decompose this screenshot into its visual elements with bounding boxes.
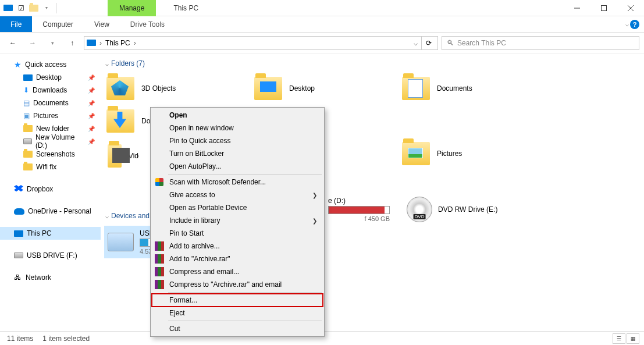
help-icon[interactable]: ? <box>630 20 639 29</box>
refresh-button[interactable]: ⟳ <box>421 36 435 50</box>
folder-icon <box>23 125 33 132</box>
sidebar-item-pictures[interactable]: ▣Pictures📌 <box>0 109 101 122</box>
pc-icon <box>14 230 23 237</box>
desktop-icon <box>23 74 33 81</box>
pin-icon: 📌 <box>88 87 95 94</box>
context-menu-item[interactable]: Eject <box>152 307 323 319</box>
dvd-icon: DVD <box>407 197 432 222</box>
folder-icon <box>23 151 33 158</box>
context-menu-item[interactable]: Cut <box>152 322 323 335</box>
context-menu-item[interactable]: Add to archive... <box>152 240 323 252</box>
nav-up-button[interactable]: ↑ <box>64 35 80 51</box>
address-chevron[interactable]: › <box>134 39 136 47</box>
pin-icon: 📌 <box>88 138 95 145</box>
ribbon-tab-file[interactable]: File <box>0 16 32 32</box>
sidebar-quick-access[interactable]: ★Quick access <box>0 58 101 71</box>
sidebar-item-screenshots[interactable]: Screenshots <box>0 148 101 161</box>
view-large-icons-button[interactable]: ▦ <box>627 333 639 344</box>
drive-icon <box>23 138 32 144</box>
sidebar-usb-drive[interactable]: USB DRIVE (F:) <box>0 249 101 262</box>
sidebar-item-wififix[interactable]: Wifi fix <box>0 161 101 173</box>
dropbox-icon <box>14 185 23 193</box>
nav-recent-dropdown[interactable]: ▾ <box>44 35 61 51</box>
sidebar-network[interactable]: 🖧Network <box>0 271 101 284</box>
address-pc-icon <box>87 40 96 46</box>
context-menu-item[interactable]: Open in new window <box>152 122 323 134</box>
close-button[interactable] <box>617 0 644 16</box>
qat-pc-icon[interactable] <box>2 2 14 14</box>
rar-icon <box>154 279 165 290</box>
folder-icon <box>23 163 33 170</box>
network-icon: 🖧 <box>14 273 22 282</box>
folder-icon <box>402 77 430 100</box>
window-title: This PC <box>173 4 198 12</box>
pin-icon: 📌 <box>88 113 95 119</box>
search-input[interactable]: 🔍︎ Search This PC <box>442 36 639 50</box>
context-menu-item[interactable]: Open as Portable Device <box>152 201 323 214</box>
rar-icon <box>154 254 165 264</box>
nav-back-button[interactable]: ← <box>5 35 21 51</box>
folder-3d-objects[interactable]: 3D Objects <box>103 72 251 105</box>
folder-videos[interactable]: Videos <box>104 140 139 172</box>
address-root-chevron[interactable]: › <box>99 39 102 47</box>
chevron-down-icon: ⌵ <box>105 61 109 67</box>
pin-icon: 📌 <box>88 126 95 132</box>
context-menu-item[interactable]: Pin to Quick access <box>152 134 323 147</box>
ribbon-tab-view[interactable]: View <box>84 16 120 32</box>
context-menu-item[interactable]: Open <box>152 109 323 122</box>
view-details-button[interactable]: ☰ <box>613 333 625 344</box>
maximize-button[interactable] <box>590 0 617 16</box>
usb-drive-icon <box>108 233 134 251</box>
ribbon-tab-computer[interactable]: Computer <box>32 16 84 32</box>
sidebar-onedrive[interactable]: OneDrive - Personal <box>0 205 101 218</box>
sidebar-dropbox[interactable]: Dropbox <box>0 183 101 195</box>
ribbon-collapse-chevron[interactable]: ⌵ <box>625 21 629 27</box>
star-icon: ★ <box>14 60 22 69</box>
context-menu-item[interactable]: Include in library <box>152 214 323 227</box>
documents-icon: ▤ <box>23 99 30 107</box>
sidebar-item-documents[interactable]: ▤Documents📌 <box>0 97 101 109</box>
context-menu-item[interactable]: Format... <box>152 294 323 307</box>
pin-icon: 📌 <box>88 74 95 81</box>
address-history-dropdown[interactable]: ⌵ <box>414 39 418 47</box>
qat-dropdown[interactable]: ▾ <box>41 2 52 14</box>
chevron-down-icon: ⌵ <box>105 213 109 219</box>
ribbon-tab-drive-tools[interactable]: Drive Tools <box>120 16 175 32</box>
qat-properties-icon[interactable]: ☑ <box>15 2 27 14</box>
context-menu-item[interactable]: Compress to "Archive.rar" and email <box>152 278 323 291</box>
context-menu-item[interactable]: Pin to Start <box>152 227 323 240</box>
status-selection-count: 1 item selected <box>42 335 90 343</box>
downloads-icon: ⬇ <box>23 86 29 94</box>
qat-newfolder-icon[interactable] <box>28 2 40 14</box>
context-menu-item[interactable]: Scan with Microsoft Defender... <box>152 176 323 188</box>
section-folders-header[interactable]: ⌵Folders (7) <box>105 59 644 67</box>
address-segment[interactable]: This PC <box>105 39 130 47</box>
navigation-pane: ★Quick access Desktop📌 ⬇Downloads📌 ▤Docu… <box>0 54 101 331</box>
minimize-button[interactable] <box>564 0 590 16</box>
usb-icon <box>14 252 23 258</box>
folder-documents[interactable]: Documents <box>399 72 546 105</box>
folder-desktop[interactable]: Desktop <box>251 72 399 105</box>
context-menu-item[interactable]: Give access to <box>152 188 323 201</box>
rar-icon <box>154 241 165 251</box>
folder-icon <box>402 142 430 165</box>
folder-icon <box>108 144 122 168</box>
drive-usb-f[interactable]: USB DRIVE (F:)4.53 GB free of ... <box>104 226 154 258</box>
folder-pictures[interactable]: Pictures <box>399 137 546 170</box>
context-menu-item[interactable]: Turn on BitLocker <box>152 147 323 160</box>
sidebar-item-newvolume[interactable]: New Volume (D:)📌 <box>0 135 101 148</box>
sidebar-item-desktop[interactable]: Desktop📌 <box>0 71 101 84</box>
context-menu: OpenOpen in new windowPin to Quick acces… <box>150 107 325 337</box>
ribbon-context-tab-manage[interactable]: Manage <box>108 0 156 16</box>
sidebar-item-downloads[interactable]: ⬇Downloads📌 <box>0 84 101 97</box>
search-placeholder: Search This PC <box>457 39 506 47</box>
onedrive-icon <box>14 208 24 215</box>
sidebar-this-pc[interactable]: This PC <box>0 227 101 240</box>
context-menu-item[interactable]: Compress and email... <box>152 265 323 278</box>
folder-icon <box>106 109 134 133</box>
pin-icon: 📌 <box>88 100 95 106</box>
context-menu-item[interactable]: Add to "Archive.rar" <box>152 252 323 265</box>
drive-dvd-e[interactable]: DVD DVD RW Drive (E:) <box>403 193 551 226</box>
address-bar[interactable]: › This PC › ⌵ ⟳ <box>84 36 438 50</box>
context-menu-item[interactable]: Open AutoPlay... <box>152 160 323 173</box>
